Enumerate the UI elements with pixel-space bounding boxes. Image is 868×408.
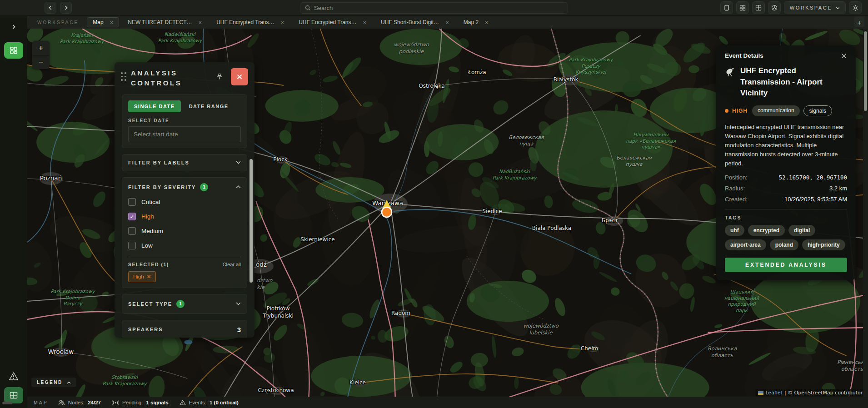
chip-remove-icon[interactable]: ✕ bbox=[147, 274, 151, 280]
checkbox-unchecked[interactable] bbox=[128, 242, 136, 249]
select-type-label: SELECT TYPE bbox=[128, 301, 172, 307]
new-tab-button[interactable]: + bbox=[854, 17, 864, 27]
start-date-input[interactable] bbox=[128, 126, 241, 142]
speakers-value: 3 bbox=[237, 326, 241, 333]
legend-toggle[interactable]: LEGEND bbox=[31, 378, 76, 387]
flag-icon bbox=[758, 391, 763, 395]
single-date-button[interactable]: SINGLE DATE bbox=[128, 100, 181, 112]
sidebar-item-dashboard[interactable] bbox=[4, 42, 23, 59]
extended-analysis-button[interactable]: EXTENDED ANALYSIS bbox=[725, 258, 847, 272]
tab-new-threat-detect-[interactable]: NEW THREAT DETECT…× bbox=[122, 17, 208, 27]
analysis-controls-panel: ANALYSIS CONTROLS SINGLE DATE DATE R bbox=[115, 62, 254, 338]
tab-label: Map 2 bbox=[464, 19, 479, 25]
chevron-down-icon bbox=[236, 161, 241, 164]
checkbox-checked[interactable]: ✓ bbox=[128, 213, 136, 220]
checkbox-unchecked[interactable] bbox=[128, 227, 136, 235]
close-event-panel-button[interactable] bbox=[841, 53, 847, 59]
category-pill-signals: signals bbox=[803, 105, 832, 116]
analysis-panel-scrollbar[interactable] bbox=[249, 159, 253, 283]
tab-close-icon[interactable]: × bbox=[363, 20, 367, 25]
window-scrollbar-thumb[interactable] bbox=[864, 31, 867, 111]
severity-option-medium[interactable]: Medium bbox=[128, 226, 241, 237]
tab-bar: WORKSPACE Map×NEW THREAT DETECT…×UHF Enc… bbox=[27, 16, 868, 29]
selected-count-label: SELECTED (1) bbox=[128, 262, 169, 267]
people-icon bbox=[58, 399, 65, 406]
forward-button[interactable] bbox=[60, 2, 72, 14]
severity-option-high[interactable]: ✓High bbox=[128, 211, 241, 222]
search-input[interactable] bbox=[314, 5, 563, 11]
back-button[interactable] bbox=[45, 2, 56, 14]
search-bar[interactable] bbox=[300, 2, 568, 14]
clear-all-button[interactable]: Clear all bbox=[223, 262, 241, 267]
selected-summary-row: SELECTED (1) Clear all bbox=[128, 262, 241, 267]
chevron-up-icon bbox=[236, 185, 241, 189]
tab-uhf-encrypted-trans-[interactable]: UHF Encrypted Trans…× bbox=[210, 17, 290, 27]
chevron-right-icon bbox=[63, 5, 69, 10]
statusbar-items: Nodes:24/27Pending:1 signalsEvents:1 (0 … bbox=[58, 399, 239, 406]
tab-close-icon[interactable]: × bbox=[110, 20, 114, 25]
table-layout-button[interactable] bbox=[752, 1, 765, 14]
severity-option-label: High bbox=[141, 213, 154, 220]
event-field-row: Position:52.165700, 20.967100 bbox=[725, 174, 847, 181]
filter-by-severity-card: FILTER BY SEVERITY 1 Critical✓HighMedium… bbox=[122, 177, 247, 288]
grid-icon bbox=[739, 5, 746, 11]
sidebar-item-alerts[interactable] bbox=[9, 372, 19, 381]
window-scrollbar[interactable] bbox=[863, 29, 868, 397]
tab-map[interactable]: Map× bbox=[87, 17, 119, 27]
tab-close-icon[interactable]: × bbox=[199, 20, 202, 25]
tab-close-icon[interactable]: × bbox=[445, 20, 449, 25]
tab-label: UHF Encrypted Trans… bbox=[299, 19, 356, 25]
checkbox-unchecked[interactable] bbox=[128, 198, 136, 206]
tab-label: UHF Encrypted Trans… bbox=[216, 19, 274, 25]
sphere-icon bbox=[771, 5, 778, 11]
sphere-view-button[interactable] bbox=[768, 1, 781, 14]
panel-layout-button[interactable] bbox=[720, 1, 733, 14]
date-filter-card: SINGLE DATE DATE RANGE SELECT DATE bbox=[122, 95, 247, 148]
date-range-button[interactable]: DATE RANGE bbox=[189, 104, 229, 109]
settings-button[interactable] bbox=[849, 1, 862, 14]
sidebar-expand-button[interactable] bbox=[11, 21, 16, 32]
topbar-actions: WORKSPACE bbox=[720, 1, 862, 14]
tab-map-2[interactable]: Map 2× bbox=[458, 17, 494, 27]
event-marker[interactable] bbox=[379, 199, 395, 219]
grid-layout-button[interactable] bbox=[736, 1, 749, 14]
event-fields: Position:52.165700, 20.967100Radius:3.2 … bbox=[725, 174, 847, 203]
leaflet-link[interactable]: Leaflet bbox=[765, 390, 782, 396]
workspace-dropdown-label: WORKSPACE bbox=[790, 5, 832, 10]
selected-chip-high[interactable]: High✕ bbox=[128, 271, 156, 282]
field-value: 3.2 km bbox=[829, 185, 847, 192]
tag-high-priority: high-priority bbox=[802, 239, 845, 250]
type-count-badge: 1 bbox=[176, 300, 185, 308]
field-label: Created: bbox=[725, 196, 748, 203]
sidebar-item-data-table[interactable] bbox=[4, 387, 23, 403]
sidebar bbox=[0, 16, 27, 408]
event-details-title: Event Details bbox=[725, 52, 763, 59]
close-analysis-panel-button[interactable] bbox=[231, 68, 248, 85]
tab-close-icon[interactable]: × bbox=[485, 20, 489, 25]
severity-option-label: Medium bbox=[141, 228, 163, 234]
drag-handle-icon[interactable] bbox=[121, 72, 126, 81]
gear-icon bbox=[852, 5, 859, 11]
workspace-dropdown[interactable]: WORKSPACE bbox=[784, 1, 846, 14]
filter-by-labels-toggle[interactable]: FILTER BY LABELS bbox=[128, 160, 241, 165]
tab-uhf-short-burst-digit-[interactable]: UHF Short-Burst Digit…× bbox=[375, 17, 455, 27]
status-bar: MAP Nodes:24/27Pending:1 signalsEvents:1… bbox=[27, 397, 868, 408]
table-icon bbox=[755, 5, 762, 11]
select-type-toggle[interactable]: SELECT TYPE 1 bbox=[128, 300, 241, 308]
severity-option-label: Critical bbox=[141, 199, 160, 205]
tab-uhf-encrypted-trans-[interactable]: UHF Encrypted Trans…× bbox=[293, 17, 372, 27]
severity-option-critical[interactable]: Critical bbox=[128, 197, 241, 208]
zoom-out-button[interactable]: − bbox=[32, 55, 50, 69]
sidebar-scroll-indicator[interactable] bbox=[2, 402, 12, 404]
filter-by-severity-toggle[interactable]: FILTER BY SEVERITY 1 bbox=[128, 183, 241, 191]
severity-dot-icon bbox=[725, 109, 728, 113]
map-zoom-control: + − bbox=[32, 41, 50, 69]
statusbar-item-nodes: Nodes:24/27 bbox=[58, 399, 101, 406]
chevron-up-icon bbox=[67, 381, 71, 384]
zoom-in-button[interactable]: + bbox=[32, 41, 50, 55]
severity-option-low[interactable]: Low bbox=[128, 240, 241, 251]
map-area[interactable]: Krajeński Park KrajobrazowyNadwiślański … bbox=[27, 29, 868, 397]
tab-close-icon[interactable]: × bbox=[281, 20, 284, 25]
tab-list: Map×NEW THREAT DETECT…×UHF Encrypted Tra… bbox=[87, 16, 494, 29]
pin-panel-button[interactable] bbox=[213, 70, 226, 84]
